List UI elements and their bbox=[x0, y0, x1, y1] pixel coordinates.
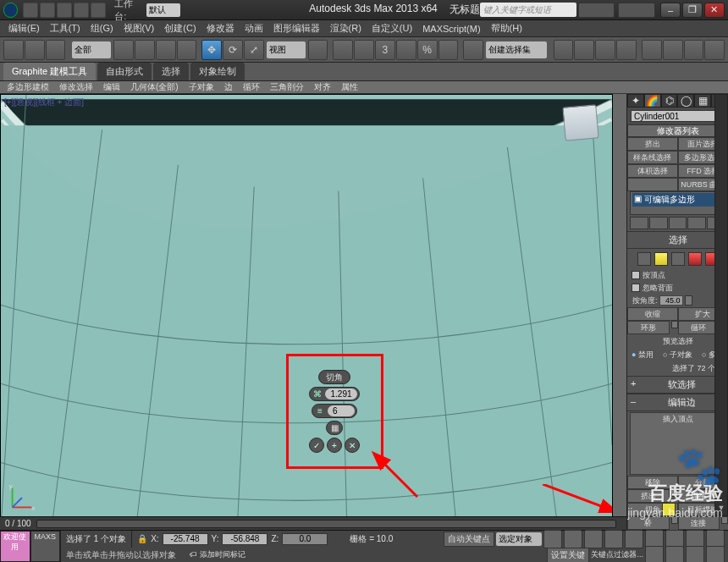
btn-chamfer[interactable]: 切角 bbox=[627, 503, 678, 516]
btn-loop[interactable]: 循环 bbox=[678, 321, 720, 334]
schematic-icon[interactable] bbox=[595, 40, 615, 60]
modifier-stack[interactable]: ▣可编辑多边形 bbox=[630, 191, 725, 215]
ref-coord[interactable]: 视图 bbox=[267, 41, 306, 58]
ribbon-tab-modeling[interactable]: Graphite 建模工具 bbox=[3, 63, 96, 80]
ribgrp-7[interactable]: 三角剖分 bbox=[270, 81, 304, 93]
menu-render[interactable]: 渲染(R) bbox=[325, 22, 367, 35]
ribgrp-1[interactable]: 修改选择 bbox=[59, 81, 93, 93]
mirror-icon[interactable] bbox=[333, 40, 353, 60]
mod-spline-sel[interactable]: 样条线选择 bbox=[627, 151, 678, 164]
angle-spinner[interactable] bbox=[685, 295, 692, 306]
qat-undo-icon[interactable] bbox=[74, 3, 89, 18]
restore-button[interactable]: ❐ bbox=[682, 3, 703, 18]
btn-insert-vertex[interactable]: 插入顶点 bbox=[630, 412, 725, 475]
caddy-amount[interactable]: 1.291 bbox=[325, 388, 356, 399]
minimize-button[interactable]: – bbox=[660, 3, 681, 18]
rollout-selection[interactable]: 选择 bbox=[627, 231, 728, 249]
ribbon-tab-paint[interactable]: 对象绘制 bbox=[190, 63, 245, 80]
panel-tab-create-icon[interactable]: ✦ bbox=[627, 94, 644, 107]
link-icon[interactable] bbox=[3, 40, 24, 60]
btn-shrink[interactable]: 收缩 bbox=[627, 307, 678, 321]
menu-maxscript[interactable]: MAXScript(M) bbox=[417, 24, 485, 34]
stack-pin-icon[interactable] bbox=[630, 217, 648, 229]
nav-fov-icon[interactable] bbox=[665, 546, 684, 563]
nav-region-icon[interactable] bbox=[686, 546, 704, 563]
scale-icon[interactable]: ⤢ bbox=[244, 40, 264, 60]
select-icon[interactable] bbox=[113, 40, 134, 60]
btn-extrude[interactable]: 挤出 bbox=[627, 489, 670, 503]
stack-show-icon[interactable] bbox=[649, 217, 668, 229]
subobj-vertex-icon[interactable] bbox=[637, 252, 651, 266]
ribgrp-4[interactable]: 子对象 bbox=[189, 81, 214, 93]
cb-by-vertex[interactable] bbox=[631, 271, 640, 279]
kf-selset[interactable]: 选定对象 bbox=[496, 532, 542, 546]
caddy-segments-row[interactable]: ≡6 bbox=[312, 404, 357, 418]
move-icon[interactable]: ✥ bbox=[201, 40, 222, 60]
render-setup-icon[interactable] bbox=[642, 40, 662, 60]
rollout-softsel[interactable]: +软选择 bbox=[627, 376, 728, 394]
ribgrp-9[interactable]: 属性 bbox=[341, 81, 358, 93]
viewcube[interactable] bbox=[561, 103, 600, 142]
mod-vol-sel[interactable]: 体积选择 bbox=[627, 164, 678, 178]
keyfilter-btn[interactable]: 关键点过滤器... bbox=[591, 549, 643, 560]
spinner-snap-icon[interactable] bbox=[438, 40, 459, 60]
btn-bridge[interactable]: 桥 bbox=[627, 516, 670, 530]
menu-custom[interactable]: 自定义(U) bbox=[367, 22, 417, 35]
render-icon[interactable] bbox=[684, 40, 704, 60]
sel-filter[interactable]: 全部 bbox=[72, 41, 111, 58]
panel-tab-motion-icon[interactable]: ◯ bbox=[677, 94, 694, 107]
menu-modifier[interactable]: 修改器 bbox=[201, 22, 240, 35]
subobj-edge-icon[interactable] bbox=[654, 252, 668, 266]
ribgrp-8[interactable]: 对齐 bbox=[314, 81, 331, 93]
info-center-icon[interactable] bbox=[578, 3, 615, 18]
stack-editable-poly[interactable]: 可编辑多边形 bbox=[644, 194, 695, 206]
snap-icon[interactable]: 3 bbox=[375, 40, 395, 60]
angle-field[interactable]: 45.0 bbox=[659, 295, 683, 306]
layer-icon[interactable] bbox=[554, 40, 574, 60]
menu-help[interactable]: 帮助(H) bbox=[486, 22, 527, 35]
panel-tab-hierarchy-icon[interactable]: ⌬ bbox=[661, 94, 678, 107]
ribgrp-2[interactable]: 编辑 bbox=[103, 81, 120, 93]
panel-scrollbar[interactable]: ▼ bbox=[714, 94, 728, 516]
coord-z[interactable]: 0.0 bbox=[282, 533, 328, 545]
unlink-icon[interactable] bbox=[25, 40, 45, 60]
viewport-label[interactable]: [+][透视][线框 + 边面] bbox=[4, 96, 84, 108]
percent-snap-icon[interactable]: % bbox=[417, 40, 438, 60]
time-range-bar[interactable] bbox=[36, 520, 616, 528]
caddy-segments[interactable]: 6 bbox=[328, 405, 355, 416]
nav-zoom-ext-icon[interactable] bbox=[645, 546, 664, 563]
select-name-icon[interactable] bbox=[135, 40, 155, 60]
close-button[interactable]: ✕ bbox=[704, 3, 725, 18]
ribgrp-3[interactable]: 几何体(全部) bbox=[130, 81, 179, 93]
stack-expand-icon[interactable]: ▣ bbox=[634, 194, 642, 206]
workspace-select[interactable]: 默认 bbox=[146, 3, 180, 17]
mod-extrude[interactable]: 挤出 bbox=[627, 137, 678, 151]
angle-snap-icon[interactable] bbox=[396, 40, 416, 60]
panel-tab-display-icon[interactable]: ▦ bbox=[694, 94, 711, 107]
caddy-ok-button[interactable]: ✓ bbox=[309, 438, 324, 453]
qat-redo-icon[interactable] bbox=[91, 3, 106, 18]
render-frame-icon[interactable] bbox=[663, 40, 683, 60]
app-icon[interactable] bbox=[3, 3, 18, 18]
qat-open-icon[interactable] bbox=[40, 3, 55, 18]
caddy-cancel-button[interactable]: ✕ bbox=[345, 438, 360, 453]
ribbon-tab-selection[interactable]: 选择 bbox=[153, 63, 189, 80]
modifier-list[interactable]: 修改器列表 bbox=[627, 124, 728, 137]
object-name-input[interactable] bbox=[631, 110, 728, 122]
menu-view[interactable]: 视图(V) bbox=[119, 22, 160, 35]
curve-editor-icon[interactable] bbox=[574, 40, 594, 60]
btn-weld[interactable]: 焊接 bbox=[678, 489, 720, 503]
menu-group[interactable]: 组(G) bbox=[85, 22, 119, 35]
caddy-amount-row[interactable]: ⌘1.291 bbox=[309, 387, 359, 401]
welcome-button[interactable]: 欢迎使用 bbox=[0, 531, 30, 562]
qat-save-icon[interactable] bbox=[57, 3, 72, 18]
btn-connect[interactable]: 连接 bbox=[678, 516, 720, 530]
bind-space-icon[interactable] bbox=[46, 40, 66, 60]
coord-x[interactable]: -25.748 bbox=[163, 533, 208, 545]
btn-remove[interactable]: 移除 bbox=[627, 476, 678, 489]
selection-lock-icon[interactable] bbox=[463, 40, 483, 60]
subobj-border-icon[interactable] bbox=[671, 252, 685, 266]
render-prod-icon[interactable] bbox=[704, 40, 725, 60]
menu-edit[interactable]: 编辑(E) bbox=[3, 22, 45, 35]
panel-tab-modify-icon[interactable]: 🌈 bbox=[644, 94, 661, 107]
